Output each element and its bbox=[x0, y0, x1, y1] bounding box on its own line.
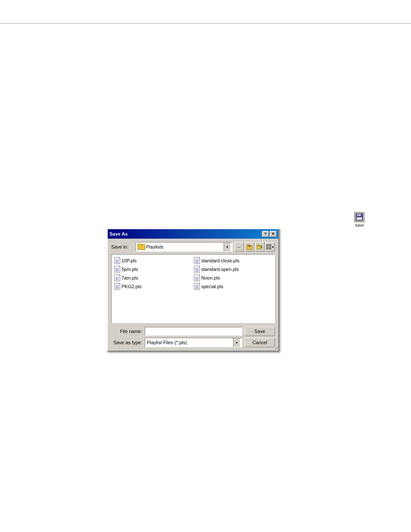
close-button[interactable]: ✕ bbox=[270, 231, 277, 237]
save-as-type-arrow[interactable]: ▼ bbox=[233, 338, 240, 347]
file-icon bbox=[194, 266, 200, 273]
list-item[interactable]: 5pm.pls bbox=[113, 265, 193, 274]
file-list-area: 10P.pls standard.close.pls bbox=[111, 254, 275, 323]
help-button[interactable]: ? bbox=[262, 231, 269, 237]
cancel-button[interactable]: Cancel bbox=[245, 338, 275, 347]
save-button[interactable]: Save bbox=[245, 327, 275, 336]
dialog-title: Save As bbox=[109, 231, 128, 236]
file-name: special.pls bbox=[201, 284, 223, 289]
file-icon bbox=[194, 257, 200, 264]
top-divider bbox=[0, 23, 411, 24]
file-name: 10P.pls bbox=[121, 258, 137, 263]
list-item[interactable]: PKG2.pls bbox=[113, 282, 193, 291]
save-in-row: Save in: Playlists ▼ ← bbox=[111, 242, 275, 252]
file-icon bbox=[114, 274, 120, 281]
save-icon-label: Save bbox=[355, 223, 364, 227]
file-name: PKG2.pls bbox=[121, 284, 141, 289]
new-folder-icon: + bbox=[257, 244, 263, 250]
bottom-fields: File name: Save Save as type: Playlist F… bbox=[111, 327, 275, 347]
save-as-type-value: Playlist Files (*.pls) bbox=[147, 340, 233, 345]
folder-icon bbox=[137, 244, 144, 250]
dialog-titlebar: Save As ? ✕ bbox=[108, 229, 278, 239]
save-desktop-icon[interactable]: Save bbox=[351, 212, 368, 227]
views-arrow: ▼ bbox=[271, 246, 274, 249]
save-as-type-row: Save as type: Playlist Files (*.pls) ▼ C… bbox=[111, 338, 275, 347]
arrow-down-icon: ▼ bbox=[226, 246, 229, 249]
views-button[interactable]: ▼ bbox=[265, 242, 275, 252]
file-icon bbox=[114, 283, 120, 290]
svg-rect-2 bbox=[358, 214, 359, 216]
back-icon: ← bbox=[237, 245, 241, 249]
file-name-label: File name: bbox=[111, 329, 142, 334]
file-icon bbox=[114, 257, 120, 264]
svg-rect-7 bbox=[257, 245, 259, 246]
file-name-row: File name: Save bbox=[111, 327, 275, 336]
save-as-type-combo[interactable]: Playlist Files (*.pls) ▼ bbox=[145, 338, 242, 347]
file-name: 5pm.pls bbox=[121, 267, 138, 272]
current-folder-text: Playlists bbox=[146, 244, 222, 249]
file-icon bbox=[194, 283, 200, 290]
save-icon-image bbox=[354, 212, 364, 222]
file-name: standard.close.pls bbox=[201, 258, 240, 263]
file-name: Noon.pls bbox=[201, 275, 220, 280]
svg-rect-9 bbox=[266, 244, 268, 246]
save-in-label: Save in: bbox=[111, 244, 134, 249]
file-name: standard.open.pls bbox=[201, 267, 239, 272]
svg-rect-5 bbox=[247, 245, 249, 246]
views-icon bbox=[266, 244, 271, 250]
svg-rect-10 bbox=[269, 244, 271, 246]
list-item[interactable]: standard.open.pls bbox=[193, 265, 273, 274]
toolbar-buttons: ← + bbox=[234, 242, 275, 252]
file-icon bbox=[114, 266, 120, 273]
svg-rect-11 bbox=[266, 247, 268, 249]
combo-arrow-icon: ▼ bbox=[235, 341, 238, 344]
list-item[interactable]: 10P.pls bbox=[113, 256, 193, 265]
list-item[interactable]: standard.close.pls bbox=[193, 256, 273, 265]
save-as-dialog: Save As ? ✕ Save in: Playlists ▼ ← bbox=[107, 228, 279, 352]
save-in-combo[interactable]: Playlists ▼ bbox=[135, 242, 233, 252]
svg-rect-3 bbox=[356, 217, 362, 220]
back-button[interactable]: ← bbox=[234, 242, 244, 252]
list-item[interactable]: special.pls bbox=[193, 282, 273, 291]
list-item[interactable]: 7am.pls bbox=[113, 274, 193, 282]
title-buttons: ? ✕ bbox=[262, 231, 277, 237]
svg-text:+: + bbox=[260, 245, 262, 249]
up-folder-icon bbox=[246, 244, 252, 250]
dialog-body: Save in: Playlists ▼ ← bbox=[108, 239, 278, 351]
file-icon bbox=[194, 274, 200, 281]
list-item[interactable]: Noon.pls bbox=[193, 274, 273, 282]
resize-grip[interactable] bbox=[273, 345, 278, 351]
svg-rect-12 bbox=[269, 247, 271, 249]
file-name: 7am.pls bbox=[121, 275, 138, 280]
save-as-type-label: Save as type: bbox=[111, 340, 142, 345]
up-folder-button[interactable] bbox=[245, 242, 254, 252]
file-name-input[interactable] bbox=[145, 327, 242, 336]
new-folder-button[interactable]: + bbox=[255, 242, 265, 252]
combo-dropdown-arrow[interactable]: ▼ bbox=[224, 243, 230, 251]
